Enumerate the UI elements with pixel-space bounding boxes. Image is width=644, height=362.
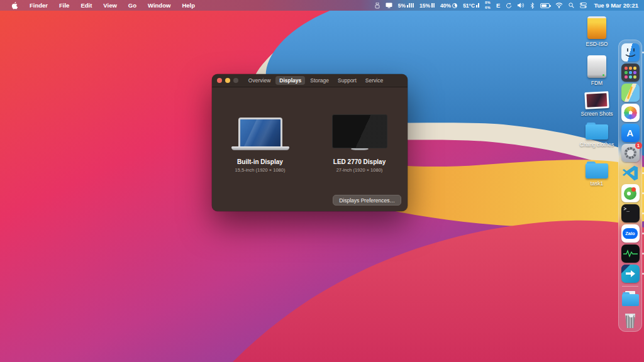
- tab-service[interactable]: Service: [362, 76, 387, 85]
- desktop-icon-label: ESD-ISO: [586, 41, 608, 47]
- display-menu-extra[interactable]: [386, 3, 392, 8]
- zalo-icon: Zalo: [621, 224, 640, 243]
- app-store-glyph: A: [627, 128, 634, 138]
- apple-menu[interactable]: [6, 1, 24, 9]
- menu-help[interactable]: Help: [176, 2, 201, 9]
- disk-usage-value: 40%: [440, 3, 451, 9]
- temperature-bars-icon: [476, 3, 479, 8]
- dock: A 1 >_ Zalo: [618, 40, 642, 332]
- wifi-menu-extra[interactable]: [555, 3, 563, 8]
- control-center-menu-extra[interactable]: [580, 3, 587, 8]
- display-spec: 27-inch (1920 × 1080): [336, 167, 383, 173]
- menu-go[interactable]: Go: [123, 2, 142, 9]
- dock-item-activity-monitor[interactable]: [621, 244, 640, 263]
- battery-indicator[interactable]: [540, 3, 550, 8]
- display-name: Built-in Display: [237, 158, 283, 165]
- wifi-icon: [555, 3, 563, 8]
- desktop-icon-fdm[interactable]: FDM: [579, 55, 615, 86]
- built-in-display-card: Built-in Display 15,5-inch (1920 × 1080): [221, 101, 299, 173]
- close-button[interactable]: [217, 78, 222, 83]
- display-spec: 15,5-inch (1920 × 1080): [235, 167, 286, 173]
- memory-usage-widget[interactable]: 15%: [419, 3, 435, 9]
- dock-item-downloads-folder[interactable]: [621, 290, 640, 308]
- dock-item-maps[interactable]: [621, 84, 640, 102]
- vscode-icon: [621, 164, 640, 182]
- dock-item-vscode[interactable]: [621, 164, 640, 182]
- spotlight-menu-extra[interactable]: [569, 3, 574, 8]
- dock-item-photos[interactable]: [621, 104, 640, 122]
- disk-usage-widget[interactable]: 40%: [440, 3, 457, 9]
- trash-icon: [621, 310, 640, 328]
- photo-file-icon: [584, 91, 609, 109]
- launchpad-icon: [621, 63, 640, 82]
- robot-icon: [375, 3, 380, 9]
- input-source-menu[interactable]: E: [496, 2, 500, 9]
- menu-window[interactable]: Window: [142, 2, 176, 9]
- sync-icon: [506, 3, 512, 9]
- dock-item-app-store[interactable]: A: [621, 124, 640, 142]
- orange-drive-icon: [587, 16, 606, 39]
- robot-menu-extra[interactable]: [375, 3, 380, 9]
- external-display-card: LED 2770 Display 27-inch (1920 × 1080): [321, 101, 399, 173]
- bluetooth-menu-extra[interactable]: [530, 3, 535, 9]
- dock-separator: [622, 286, 638, 287]
- menu-edit[interactable]: Edit: [75, 2, 97, 9]
- dock-item-download-manager[interactable]: [621, 265, 640, 283]
- desktop-icon-label: Screen Shots: [580, 111, 613, 117]
- desktop-icon-chang-clothes[interactable]: Chang clothes: [579, 123, 615, 148]
- apple-logo-icon: [11, 1, 18, 9]
- menu-bar-clock[interactable]: Tue 9 Mar 20:21: [594, 2, 638, 9]
- sensors-widget[interactable]: 8% 6%: [485, 1, 491, 9]
- window-titlebar[interactable]: Overview Displays Storage Support Servic…: [212, 74, 408, 87]
- dock-item-coccoc[interactable]: [621, 184, 640, 202]
- desktop: Finder File Edit View Go Window Help 5% …: [0, 0, 644, 362]
- dock-item-finder[interactable]: [621, 43, 640, 62]
- menu-view[interactable]: View: [97, 2, 122, 9]
- app-store-icon: A: [621, 124, 640, 142]
- notification-badge: 1: [635, 142, 642, 149]
- sensor-value-1: 8%: [485, 1, 491, 5]
- menu-file[interactable]: File: [53, 2, 75, 9]
- activity-monitor-icon: [621, 244, 640, 263]
- memory-usage-value: 15%: [419, 3, 430, 9]
- macbook-illustration-icon: [231, 101, 289, 150]
- control-center-icon: [580, 3, 587, 8]
- displays-preferences-button[interactable]: Displays Preferences…: [333, 195, 401, 206]
- desktop-icon-label: task1: [591, 180, 603, 187]
- dock-item-zalo[interactable]: Zalo: [621, 224, 640, 243]
- disk-gauge-icon: [452, 3, 457, 8]
- temperature-widget[interactable]: 51°C: [463, 3, 479, 9]
- tab-support[interactable]: Support: [334, 76, 360, 85]
- cpu-bars-icon: [407, 3, 414, 8]
- volume-menu-extra[interactable]: [518, 3, 525, 8]
- sync-menu-extra[interactable]: [506, 3, 512, 9]
- volume-icon: [518, 3, 525, 8]
- download-manager-icon: [621, 265, 640, 283]
- menu-bar: Finder File Edit View Go Window Help 5% …: [0, 0, 644, 11]
- menu-finder[interactable]: Finder: [24, 2, 53, 9]
- dock-item-trash[interactable]: [621, 310, 640, 328]
- dock-item-system-preferences[interactable]: 1: [621, 144, 640, 162]
- window-tab-bar: Overview Displays Storage Support Servic…: [245, 76, 387, 85]
- cpu-usage-widget[interactable]: 5%: [398, 3, 414, 9]
- zalo-glyph: Zalo: [623, 228, 638, 239]
- desktop-icon-label: Chang clothes: [580, 141, 614, 148]
- desktop-icon-task1[interactable]: task1: [579, 162, 615, 187]
- desktop-icon-esd-iso[interactable]: ESD-ISO: [579, 16, 615, 47]
- display-name: LED 2770 Display: [333, 158, 386, 165]
- terminal-icon: >_: [621, 204, 640, 222]
- sensor-value-2: 6%: [485, 6, 491, 10]
- tab-overview[interactable]: Overview: [245, 76, 274, 85]
- zoom-button[interactable]: [233, 78, 238, 83]
- dock-item-launchpad[interactable]: [621, 63, 640, 82]
- desktop-icon-screen-shots[interactable]: Screen Shots: [579, 92, 615, 117]
- temperature-value: 51°C: [463, 3, 475, 9]
- tab-storage[interactable]: Storage: [306, 76, 333, 85]
- minimize-button[interactable]: [225, 78, 230, 83]
- dock-item-terminal[interactable]: >_: [621, 204, 640, 222]
- external-monitor-illustration-icon: [332, 101, 387, 150]
- search-icon: [569, 3, 574, 8]
- coccoc-icon: [621, 184, 640, 202]
- tab-displays[interactable]: Displays: [275, 76, 305, 85]
- folder-icon: [586, 123, 608, 140]
